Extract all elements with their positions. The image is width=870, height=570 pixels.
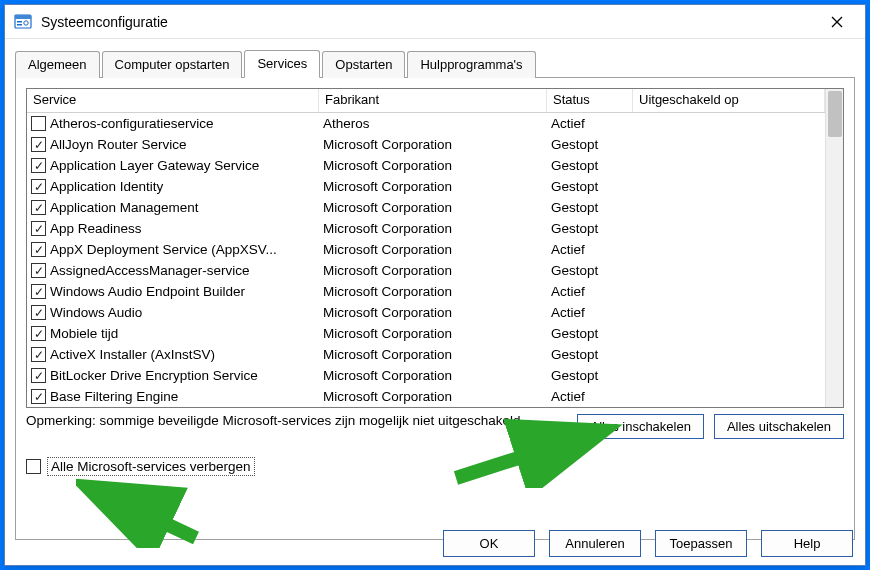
tab-computer-opstarten[interactable]: Computer opstarten xyxy=(102,51,243,78)
service-checkbox[interactable] xyxy=(31,263,46,278)
service-status: Gestopt xyxy=(547,368,633,383)
svg-rect-3 xyxy=(17,24,22,26)
client-area: AlgemeenComputer opstartenServicesOpstar… xyxy=(5,39,865,546)
service-name: App Readiness xyxy=(50,221,142,236)
service-checkbox[interactable] xyxy=(31,305,46,320)
table-row[interactable]: Windows AudioMicrosoft CorporationActief xyxy=(27,302,825,323)
msconfig-window: Systeemconfiguratie AlgemeenComputer ops… xyxy=(4,4,866,566)
table-row[interactable]: App ReadinessMicrosoft CorporationGestop… xyxy=(27,218,825,239)
service-status: Actief xyxy=(547,284,633,299)
annotation-arrow-icon xyxy=(76,478,216,548)
service-checkbox[interactable] xyxy=(31,368,46,383)
table-row[interactable]: Application IdentityMicrosoft Corporatio… xyxy=(27,176,825,197)
service-status: Gestopt xyxy=(547,200,633,215)
tab-strip: AlgemeenComputer opstartenServicesOpstar… xyxy=(15,49,855,78)
hide-ms-services-row: Alle Microsoft-services verbergen xyxy=(26,457,844,476)
service-checkbox[interactable] xyxy=(31,389,46,404)
table-row[interactable]: AllJoyn Router ServiceMicrosoft Corporat… xyxy=(27,134,825,155)
service-status: Gestopt xyxy=(547,263,633,278)
service-status: Actief xyxy=(547,116,633,131)
service-manufacturer: Microsoft Corporation xyxy=(319,200,547,215)
ok-button[interactable]: OK xyxy=(443,530,535,557)
tab-algemeen[interactable]: Algemeen xyxy=(15,51,100,78)
service-manufacturer: Microsoft Corporation xyxy=(319,179,547,194)
service-status: Gestopt xyxy=(547,137,633,152)
service-checkbox[interactable] xyxy=(31,242,46,257)
service-name: AssignedAccessManager-service xyxy=(50,263,250,278)
service-checkbox[interactable] xyxy=(31,200,46,215)
cancel-button[interactable]: Annuleren xyxy=(549,530,641,557)
table-row[interactable]: Atheros-configuratieserviceAtherosActief xyxy=(27,113,825,134)
service-name: AllJoyn Router Service xyxy=(50,137,187,152)
service-checkbox[interactable] xyxy=(31,284,46,299)
service-manufacturer: Microsoft Corporation xyxy=(319,137,547,152)
service-name: Application Layer Gateway Service xyxy=(50,158,259,173)
service-status: Actief xyxy=(547,305,633,320)
service-checkbox[interactable] xyxy=(31,137,46,152)
service-manufacturer: Atheros xyxy=(319,116,547,131)
table-row[interactable]: ActiveX Installer (AxInstSV)Microsoft Co… xyxy=(27,344,825,365)
service-manufacturer: Microsoft Corporation xyxy=(319,221,547,236)
col-status[interactable]: Status xyxy=(547,89,633,112)
tab-services[interactable]: Services xyxy=(244,50,320,78)
service-name: Application Identity xyxy=(50,179,163,194)
service-manufacturer: Microsoft Corporation xyxy=(319,305,547,320)
service-manufacturer: Microsoft Corporation xyxy=(319,284,547,299)
table-row[interactable]: AppX Deployment Service (AppXSV...Micros… xyxy=(27,239,825,260)
below-list-area: Opmerking: sommige beveiligde Microsoft-… xyxy=(26,412,844,439)
service-manufacturer: Microsoft Corporation xyxy=(319,326,547,341)
close-button[interactable] xyxy=(817,7,857,37)
service-name: ActiveX Installer (AxInstSV) xyxy=(50,347,215,362)
service-status: Gestopt xyxy=(547,221,633,236)
help-button[interactable]: Help xyxy=(761,530,853,557)
service-checkbox[interactable] xyxy=(31,179,46,194)
hide-ms-services-checkbox[interactable] xyxy=(26,459,41,474)
service-checkbox[interactable] xyxy=(31,326,46,341)
service-checkbox[interactable] xyxy=(31,221,46,236)
table-row[interactable]: BitLocker Drive Encryption ServiceMicros… xyxy=(27,365,825,386)
service-name: Mobiele tijd xyxy=(50,326,118,341)
enable-disable-buttons: Alles inschakelen Alles uitschakelen xyxy=(577,414,844,439)
service-manufacturer: Microsoft Corporation xyxy=(319,368,547,383)
col-manufacturer[interactable]: Fabrikant xyxy=(319,89,547,112)
service-checkbox[interactable] xyxy=(31,158,46,173)
table-row[interactable]: Base Filtering EngineMicrosoft Corporati… xyxy=(27,386,825,407)
table-row[interactable]: Mobiele tijdMicrosoft CorporationGestopt xyxy=(27,323,825,344)
tab-hulpprogramma-s[interactable]: Hulpprogramma's xyxy=(407,51,535,78)
service-checkbox[interactable] xyxy=(31,347,46,362)
apply-button[interactable]: Toepassen xyxy=(655,530,747,557)
tab-opstarten[interactable]: Opstarten xyxy=(322,51,405,78)
service-manufacturer: Microsoft Corporation xyxy=(319,158,547,173)
window-title: Systeemconfiguratie xyxy=(41,14,168,30)
svg-line-10 xyxy=(94,490,196,538)
list-inner: Service Fabrikant Status Uitgeschakeld o… xyxy=(27,89,825,407)
service-name: Atheros-configuratieservice xyxy=(50,116,214,131)
service-manufacturer: Microsoft Corporation xyxy=(319,389,547,404)
service-name: AppX Deployment Service (AppXSV... xyxy=(50,242,277,257)
service-status: Gestopt xyxy=(547,179,633,194)
enable-all-button[interactable]: Alles inschakelen xyxy=(577,414,703,439)
disable-all-button[interactable]: Alles uitschakelen xyxy=(714,414,844,439)
close-icon xyxy=(831,16,843,28)
column-headers[interactable]: Service Fabrikant Status Uitgeschakeld o… xyxy=(27,89,825,113)
service-manufacturer: Microsoft Corporation xyxy=(319,263,547,278)
dialog-buttons: OK Annuleren Toepassen Help xyxy=(443,530,853,557)
table-row[interactable]: AssignedAccessManager-serviceMicrosoft C… xyxy=(27,260,825,281)
table-row[interactable]: Application ManagementMicrosoft Corporat… xyxy=(27,197,825,218)
service-status: Gestopt xyxy=(547,326,633,341)
col-disabled-on[interactable]: Uitgeschakeld op xyxy=(633,89,825,112)
col-service[interactable]: Service xyxy=(27,89,319,112)
hide-ms-services-label[interactable]: Alle Microsoft-services verbergen xyxy=(47,457,255,476)
table-row[interactable]: Application Layer Gateway ServiceMicroso… xyxy=(27,155,825,176)
svg-rect-1 xyxy=(15,15,31,19)
service-status: Actief xyxy=(547,242,633,257)
table-row[interactable]: Windows Audio Endpoint BuilderMicrosoft … xyxy=(27,281,825,302)
service-checkbox[interactable] xyxy=(31,116,46,131)
service-name: Application Management xyxy=(50,200,199,215)
vertical-scrollbar[interactable] xyxy=(825,89,843,407)
services-panel: Service Fabrikant Status Uitgeschakeld o… xyxy=(15,78,855,540)
service-name: Windows Audio Endpoint Builder xyxy=(50,284,245,299)
titlebar: Systeemconfiguratie xyxy=(5,5,865,39)
scroll-thumb[interactable] xyxy=(828,91,842,137)
service-name: BitLocker Drive Encryption Service xyxy=(50,368,258,383)
